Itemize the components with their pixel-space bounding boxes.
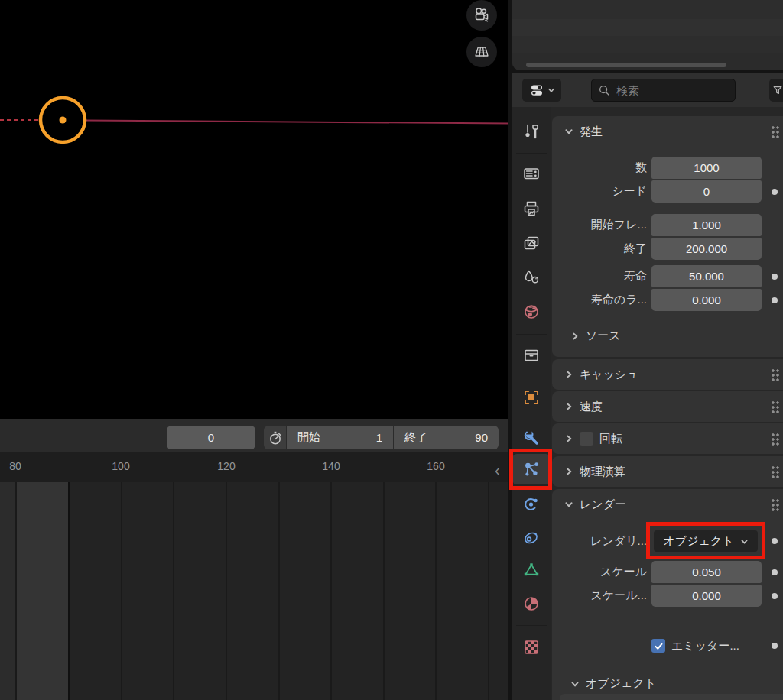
tab-separator bbox=[516, 153, 547, 154]
use-preview-range-button[interactable] bbox=[264, 426, 286, 449]
frame-end-field[interactable]: 終了 90 bbox=[394, 426, 499, 449]
rotation-checkbox[interactable] bbox=[580, 432, 593, 446]
prop-row-frame-end: 終了 200.000 bbox=[552, 238, 783, 260]
panel-drag-handle[interactable] bbox=[771, 400, 780, 413]
camera-view-icon bbox=[473, 6, 491, 24]
tab-scene[interactable] bbox=[512, 262, 551, 293]
panel-title: 物理演算 bbox=[580, 465, 625, 479]
ruler-tick: 140 bbox=[322, 460, 340, 472]
panel-drag-handle[interactable] bbox=[771, 433, 780, 446]
editor-type-selector[interactable] bbox=[522, 79, 561, 102]
prop-label: 開始フレ... bbox=[558, 218, 647, 232]
panel-drag-handle[interactable] bbox=[771, 368, 780, 381]
prop-row-number: 数 1000 bbox=[552, 157, 783, 179]
animate-dot[interactable] bbox=[772, 593, 778, 599]
scale-random-field[interactable]: 0.000 bbox=[651, 585, 762, 607]
tab-physics[interactable] bbox=[512, 489, 551, 520]
frame-start-field[interactable]: 開始 1 bbox=[287, 426, 393, 449]
tab-object[interactable] bbox=[512, 382, 551, 413]
animate-dot[interactable] bbox=[772, 569, 778, 575]
panel-drag-handle[interactable] bbox=[771, 465, 780, 478]
current-frame-field[interactable]: 0 bbox=[167, 426, 255, 449]
frame-start-field[interactable]: 1.000 bbox=[651, 214, 762, 236]
funnel-icon bbox=[772, 85, 783, 96]
chevron-right-icon bbox=[570, 332, 580, 341]
view-layer-icon bbox=[522, 234, 541, 252]
lifetime-field[interactable]: 50.000 bbox=[651, 265, 762, 287]
tab-collection[interactable] bbox=[512, 340, 551, 371]
frame-gridline bbox=[383, 482, 385, 700]
panel-rotation[interactable]: 回転 bbox=[552, 423, 783, 454]
animate-dot[interactable] bbox=[772, 189, 778, 195]
panel-render: レンダー レンダリ... オブジェクト スケール 0.050 スケール... 0… bbox=[552, 489, 783, 700]
render-icon bbox=[522, 164, 541, 183]
outliner-row bbox=[512, 36, 783, 53]
horizontal-scrollbar[interactable] bbox=[526, 63, 726, 67]
tab-object-data[interactable] bbox=[512, 555, 551, 585]
panel-cache[interactable]: キャッシュ bbox=[552, 359, 783, 390]
tab-output[interactable] bbox=[512, 193, 551, 224]
animate-dot[interactable] bbox=[772, 274, 778, 280]
tab-separator bbox=[516, 334, 547, 335]
frame-gridline bbox=[330, 482, 332, 700]
lifetime-random-field[interactable]: 0.000 bbox=[651, 289, 762, 311]
frame-gridline bbox=[278, 482, 280, 700]
ruler-tick: 120 bbox=[217, 460, 235, 472]
frame-gridline bbox=[121, 482, 122, 700]
tab-render[interactable] bbox=[512, 158, 551, 189]
animate-dot[interactable] bbox=[772, 297, 778, 303]
ruler-tick: 160 bbox=[427, 460, 444, 472]
panel-velocity[interactable]: 速度 bbox=[552, 391, 783, 422]
frame-end-value: 90 bbox=[475, 431, 488, 444]
timeline-ruler[interactable]: 80 100 120 140 160 bbox=[0, 452, 508, 482]
viewport-3d[interactable] bbox=[0, 0, 508, 419]
prop-row-scale: スケール 0.050 bbox=[552, 561, 783, 583]
number-field[interactable]: 1000 bbox=[651, 157, 762, 179]
camera-view-button[interactable] bbox=[466, 0, 497, 31]
search-field[interactable] bbox=[591, 79, 736, 102]
constraints-icon bbox=[522, 528, 541, 546]
prop-row-lifetime: 寿命 50.000 bbox=[552, 265, 783, 287]
tab-texture[interactable] bbox=[512, 632, 551, 663]
chevron-down-icon bbox=[564, 500, 573, 509]
blender-window: 0 開始 1 終了 90 80 100 120 140 160 bbox=[0, 0, 783, 700]
scene-icon bbox=[522, 268, 541, 287]
show-emitter-checkbox[interactable] bbox=[651, 639, 665, 653]
chevron-down-icon bbox=[547, 86, 555, 94]
frame-end-field[interactable]: 200.000 bbox=[651, 238, 762, 260]
panel-title: 回転 bbox=[599, 432, 622, 446]
animate-dot[interactable] bbox=[772, 643, 778, 649]
panel-drag-handle[interactable] bbox=[771, 498, 780, 511]
check-icon bbox=[654, 641, 664, 651]
panel-title: レンダー bbox=[580, 497, 626, 512]
region-collapse-arrow[interactable]: ‹ bbox=[495, 462, 500, 478]
ruler-tick: 80 bbox=[9, 460, 21, 472]
panel-emission-header[interactable]: 発生 bbox=[552, 116, 783, 147]
panel-physics[interactable]: 物理演算 bbox=[552, 456, 783, 487]
tab-material[interactable] bbox=[512, 588, 551, 619]
frame-start-value: 1 bbox=[376, 431, 382, 444]
prop-label: シード bbox=[558, 184, 647, 199]
outliner-bottom-fragment[interactable] bbox=[512, 0, 783, 70]
tab-view-layer[interactable] bbox=[512, 228, 551, 258]
subpanel-object[interactable]: オブジェクト bbox=[570, 676, 656, 691]
frame-gridline bbox=[173, 482, 174, 700]
animate-dot[interactable] bbox=[772, 538, 778, 544]
world-icon bbox=[522, 303, 541, 321]
tab-tool[interactable] bbox=[512, 116, 551, 147]
panel-drag-handle[interactable] bbox=[771, 125, 780, 138]
tab-world[interactable] bbox=[512, 297, 551, 327]
frame-gridline bbox=[488, 482, 489, 700]
timeline-in-range-band bbox=[16, 482, 69, 700]
search-input[interactable] bbox=[615, 83, 710, 98]
seed-field[interactable]: 0 bbox=[651, 180, 762, 203]
panel-render-header[interactable]: レンダー bbox=[552, 489, 783, 520]
scale-field[interactable]: 0.050 bbox=[651, 561, 762, 583]
tab-constraints[interactable] bbox=[512, 522, 551, 553]
filter-button[interactable] bbox=[769, 79, 783, 102]
panel-title: キャッシュ bbox=[580, 368, 638, 382]
timeline-tracks[interactable] bbox=[0, 482, 508, 700]
annotation-box-particles-tab bbox=[509, 449, 552, 490]
grid-floor-button[interactable] bbox=[466, 37, 497, 67]
subpanel-source[interactable]: ソース bbox=[570, 329, 621, 343]
